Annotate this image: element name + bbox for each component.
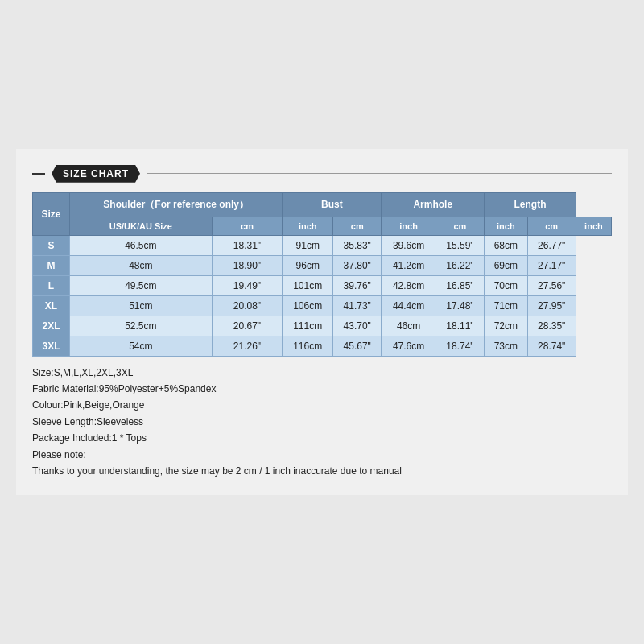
table-row: 2XL52.5cm20.67"111cm43.70"46cm18.11"72cm… — [33, 316, 612, 336]
note-line-2: Colour:Pink,Beige,Orange — [32, 397, 612, 413]
sub-ar-cm: cm — [436, 217, 484, 235]
cell-r1-c2: 18.90" — [212, 255, 283, 275]
cell-r3-c5: 44.4cm — [382, 295, 436, 316]
cell-r2-c5: 42.8cm — [382, 275, 436, 295]
size-chart-title: SIZE CHART — [52, 165, 140, 183]
col-bust-header: Bust — [283, 192, 382, 217]
cell-r3-c0: XL — [33, 295, 70, 316]
header-sub-row: US/UK/AU Size cm inch cm inch cm inch cm… — [33, 217, 612, 235]
cell-r5-c1: 54cm — [70, 336, 213, 356]
cell-r5-c8: 28.74" — [527, 336, 576, 356]
cell-r0-c4: 35.83" — [333, 235, 382, 255]
cell-r3-c7: 71cm — [485, 295, 527, 316]
sub-sh-inch: inch — [283, 217, 333, 235]
cell-r4-c8: 28.35" — [527, 316, 576, 336]
sub-le-cm: cm — [527, 217, 576, 235]
cell-r3-c8: 27.95" — [527, 295, 576, 316]
cell-r2-c6: 16.85" — [436, 275, 484, 295]
note-line-4: Package Included:1 * Tops — [32, 430, 612, 446]
cell-r3-c6: 17.48" — [436, 295, 484, 316]
cell-r1-c3: 96cm — [283, 255, 333, 275]
cell-r2-c7: 70cm — [485, 275, 527, 295]
table-body: S46.5cm18.31"91cm35.83"39.6cm15.59"68cm2… — [33, 235, 612, 356]
sub-le-inch: inch — [576, 217, 611, 235]
cell-r1-c1: 48cm — [70, 255, 213, 275]
cell-r1-c8: 27.17" — [527, 255, 576, 275]
cell-r5-c2: 21.26" — [212, 336, 283, 356]
cell-r5-c4: 45.67" — [333, 336, 382, 356]
table-row: M48cm18.90"96cm37.80"41.2cm16.22"69cm27.… — [33, 255, 612, 275]
note-line-1: Fabric Material:95%Polyester+5%Spandex — [32, 381, 612, 397]
cell-r1-c5: 41.2cm — [382, 255, 436, 275]
cell-r0-c6: 15.59" — [436, 235, 484, 255]
cell-r0-c2: 18.31" — [212, 235, 283, 255]
cell-r5-c7: 73cm — [485, 336, 527, 356]
cell-r5-c6: 18.74" — [436, 336, 484, 356]
sub-sh-cm: cm — [212, 217, 283, 235]
header-main-row: Size Shoulder（For reference only） Bust A… — [33, 192, 612, 217]
cell-r5-c0: 3XL — [33, 336, 70, 356]
cell-r3-c4: 41.73" — [333, 295, 382, 316]
cell-r5-c5: 47.6cm — [382, 336, 436, 356]
note-line-3: Sleeve Length:Sleeveless — [32, 414, 612, 430]
table-row: XL51cm20.08"106cm41.73"44.4cm17.48"71cm2… — [33, 295, 612, 316]
cell-r1-c7: 69cm — [485, 255, 527, 275]
sub-bu-inch: inch — [382, 217, 436, 235]
table-row: 3XL54cm21.26"116cm45.67"47.6cm18.74"73cm… — [33, 336, 612, 356]
sub-bu-cm: cm — [333, 217, 382, 235]
cell-r4-c7: 72cm — [485, 316, 527, 336]
cell-r0-c7: 68cm — [485, 235, 527, 255]
cell-r3-c2: 20.08" — [212, 295, 283, 316]
notes-section: Size:S,M,L,XL,2XL,3XLFabric Material:95%… — [32, 365, 612, 480]
sub-size-label: US/UK/AU Size — [70, 217, 213, 235]
title-row: SIZE CHART — [32, 165, 612, 183]
note-line-0: Size:S,M,L,XL,2XL,3XL — [32, 365, 612, 381]
cell-r4-c3: 111cm — [283, 316, 333, 336]
cell-r2-c4: 39.76" — [333, 275, 382, 295]
cell-r2-c0: L — [33, 275, 70, 295]
cell-r0-c8: 26.77" — [527, 235, 576, 255]
title-dash-left — [32, 173, 45, 175]
cell-r3-c3: 106cm — [283, 295, 333, 316]
col-shoulder-header: Shoulder（For reference only） — [70, 192, 283, 217]
cell-r2-c1: 49.5cm — [70, 275, 213, 295]
cell-r2-c3: 101cm — [283, 275, 333, 295]
cell-r2-c2: 19.49" — [212, 275, 283, 295]
cell-r0-c5: 39.6cm — [382, 235, 436, 255]
cell-r4-c0: 2XL — [33, 316, 70, 336]
cell-r4-c6: 18.11" — [436, 316, 484, 336]
col-armhole-header: Armhole — [382, 192, 485, 217]
cell-r1-c4: 37.80" — [333, 255, 382, 275]
note-line-5: Please note: — [32, 447, 612, 463]
cell-r4-c4: 43.70" — [333, 316, 382, 336]
cell-r4-c1: 52.5cm — [70, 316, 213, 336]
cell-r0-c0: S — [33, 235, 70, 255]
cell-r4-c2: 20.67" — [212, 316, 283, 336]
cell-r1-c0: M — [33, 255, 70, 275]
cell-r1-c6: 16.22" — [436, 255, 484, 275]
col-length-header: Length — [485, 192, 576, 217]
table-row: L49.5cm19.49"101cm39.76"42.8cm16.85"70cm… — [33, 275, 612, 295]
size-chart-table: Size Shoulder（For reference only） Bust A… — [32, 192, 612, 357]
cell-r2-c8: 27.56" — [527, 275, 576, 295]
cell-r0-c3: 91cm — [283, 235, 333, 255]
table-row: S46.5cm18.31"91cm35.83"39.6cm15.59"68cm2… — [33, 235, 612, 255]
title-line — [147, 173, 612, 174]
cell-r3-c1: 51cm — [70, 295, 213, 316]
col-size-header: Size — [33, 192, 70, 235]
cell-r4-c5: 46cm — [382, 316, 436, 336]
page-container: SIZE CHART Size Shoulder（For reference o… — [16, 149, 628, 496]
note-line-6: Thanks to your understanding, the size m… — [32, 463, 612, 479]
cell-r5-c3: 116cm — [283, 336, 333, 356]
cell-r0-c1: 46.5cm — [70, 235, 213, 255]
sub-ar-inch: inch — [485, 217, 527, 235]
